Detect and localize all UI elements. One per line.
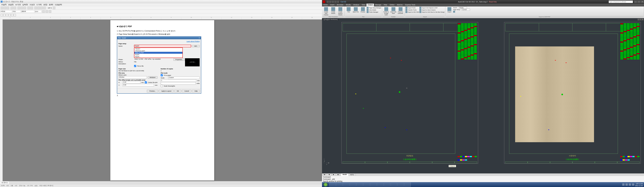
tab-nav-prev-icon[interactable]: ◀	[327, 174, 332, 176]
menu-view[interactable]: 보기(U)	[14, 3, 22, 6]
export-points-button[interactable]: Export Points	[406, 7, 419, 9]
curve-icon[interactable]	[11, 14, 13, 16]
viewport-minimize-icon[interactable]: —	[638, 18, 640, 20]
hwp-canvas[interactable]: 내보내기 PDF 1. 메뉴 OUTPUT에 Plot를 클릭하거나 Comma…	[2, 20, 322, 181]
batch-plot-button[interactable]: Batch Plot	[352, 7, 359, 13]
task-app-icon[interactable]	[364, 182, 370, 187]
help-search-input[interactable]	[608, 0, 633, 3]
tab-home[interactable]: Home	[322, 4, 329, 6]
line-icon[interactable]	[1, 14, 3, 16]
ribbon-tabs[interactable]: Home Insert Annotate Modify Analyze View…	[322, 4, 644, 6]
plotter-manager-button[interactable]: Plotter Manager	[367, 11, 382, 13]
minimize-icon[interactable]: —	[634, 0, 637, 3]
size-select[interactable]	[35, 10, 42, 13]
bold-icon[interactable]	[42, 10, 45, 13]
tab-annotate[interactable]: Annotate	[336, 4, 345, 6]
task-app-icon[interactable]	[343, 182, 350, 187]
drawing-area[interactable]: [-][Top][2D Wireframe] — □ ✕	[322, 18, 644, 173]
task-app-icon[interactable]	[356, 182, 363, 187]
picture-icon[interactable]	[43, 7, 46, 9]
menu-table[interactable]: 표(Q)	[43, 3, 48, 6]
tray-up-icon[interactable]	[622, 184, 624, 186]
hwp-page[interactable]: 내보내기 PDF 1. 메뉴 OUTPUT에 Plot를 클릭하거나 Comma…	[110, 20, 214, 180]
polygon-icon[interactable]	[14, 14, 16, 16]
doc-tab-1[interactable]: 빈 문서 1	[0, 181, 10, 184]
qat-save-icon[interactable]	[332, 1, 334, 3]
task-app-icon[interactable]	[404, 182, 411, 187]
chart-icon[interactable]	[40, 7, 43, 9]
system-tray[interactable]: 오후 11:09 2011-11-28	[621, 183, 644, 186]
publish-google-earth-button[interactable]: Publish to Google Earth	[383, 7, 390, 16]
undo-icon[interactable]	[28, 7, 30, 9]
task-app-icon[interactable]	[377, 182, 384, 187]
underline-icon[interactable]	[49, 10, 51, 13]
clock-date[interactable]: 2011-11-28	[635, 185, 643, 186]
tray-lang-icon[interactable]	[626, 184, 628, 186]
viewport-restore-icon[interactable]: □	[640, 18, 642, 20]
ellipse-icon[interactable]	[6, 14, 8, 16]
menu-help[interactable]: 도움말(H)	[54, 3, 62, 6]
tab-analyze[interactable]: Analyze	[352, 4, 360, 6]
redo-icon[interactable]	[30, 7, 33, 9]
viewport-close-icon[interactable]: ✕	[642, 18, 644, 20]
clock-time[interactable]: 오후 11:09	[635, 183, 643, 185]
task-app-icon[interactable]	[391, 182, 397, 187]
windows-taskbar[interactable]: 오후 11:09 2011-11-28	[322, 182, 644, 187]
menu-tools[interactable]: 도구(K)	[36, 3, 42, 6]
task-ie-icon[interactable]	[329, 182, 336, 187]
qat-undo-icon[interactable]	[334, 1, 336, 3]
font-select[interactable]	[22, 10, 34, 13]
qat-redo-icon[interactable]	[337, 1, 339, 3]
page-setup-manager-button[interactable]: Page Setup Manager	[367, 7, 382, 9]
menu-window[interactable]: 창(W)	[48, 3, 54, 6]
gear-icon[interactable]	[453, 11, 455, 13]
copy-icon[interactable]	[20, 7, 23, 9]
tab-help[interactable]: Help	[382, 4, 388, 6]
layout-sheet-1[interactable]: 외관망도 [ 성산대교방향 ]	[342, 22, 478, 164]
style-select[interactable]	[1, 10, 12, 13]
cut-icon[interactable]	[18, 7, 20, 9]
tab-express[interactable]: Express Tools	[404, 4, 416, 6]
paste-icon[interactable]	[23, 7, 26, 9]
transfer-points-button[interactable]: Transfer Points	[406, 9, 419, 11]
export-sdf-button[interactable]: Export Civil Objects to SDF	[420, 7, 444, 9]
hwp-document-tabs[interactable]: 빈 문서 1	[0, 181, 322, 184]
start-button[interactable]	[323, 182, 328, 187]
maximize-icon[interactable]: □	[637, 0, 640, 3]
share-seek-button[interactable]: Share with Seek	[390, 7, 397, 14]
create-section-sheets-button[interactable]: Create Section Sheets	[337, 7, 344, 16]
task-app-icon[interactable]	[370, 182, 377, 187]
export-hecras-button[interactable]: Export to HEC RAS	[406, 11, 419, 13]
view-details-button[interactable]: View Details	[367, 9, 382, 11]
export-storm-button[interactable]: Export to Storm Sewers	[420, 9, 444, 11]
menu-edit[interactable]: 편집(E)	[8, 3, 14, 6]
menu-file[interactable]: 파일(F)	[1, 3, 7, 6]
tab-insert[interactable]: Insert	[329, 4, 336, 6]
qat-new-icon[interactable]	[326, 1, 329, 3]
tray-network-icon[interactable]	[629, 184, 631, 186]
find-icon[interactable]	[34, 7, 37, 9]
zoom-value[interactable]: 105 %	[47, 7, 52, 9]
print-icon[interactable]	[10, 7, 13, 9]
zoom-dropdown-icon[interactable]	[53, 7, 55, 9]
tab-nav-next-icon[interactable]: ▶	[332, 174, 336, 176]
create-view-frames-button[interactable]: Create View Frames	[323, 7, 330, 16]
table-icon[interactable]	[37, 7, 40, 9]
layout-sheet-2[interactable]: 사진대지 [ 성산대교방향 ]	[504, 22, 641, 164]
export-landxml-button[interactable]: Export to LandXML	[397, 7, 404, 14]
model-tab[interactable]: Model	[341, 174, 348, 176]
task-app-icon[interactable]	[398, 182, 404, 187]
para-select[interactable]	[13, 10, 21, 13]
new-icon[interactable]	[1, 7, 3, 9]
viewport-2[interactable]	[509, 34, 618, 154]
preview-icon[interactable]	[14, 7, 16, 9]
viewport-label[interactable]: [-][Top][2D Wireframe]	[322, 18, 338, 20]
qat-open-icon[interactable]	[329, 1, 332, 3]
layout-tab-1[interactable]: 배치1	[348, 174, 356, 176]
hwp-menubar[interactable]: 파일(F) 편집(E) 보기(U) 입력(D) 모양(J) 도구(K) 표(Q)…	[0, 3, 322, 6]
menu-format[interactable]: 모양(J)	[29, 3, 36, 6]
tab-nav-first-icon[interactable]: |◀	[322, 174, 327, 176]
task-explorer-icon[interactable]	[336, 182, 342, 187]
export-3dsmax-button[interactable]: Export to Civil View for 3ds Max Design	[420, 11, 444, 13]
viewport-1[interactable]	[346, 34, 455, 154]
